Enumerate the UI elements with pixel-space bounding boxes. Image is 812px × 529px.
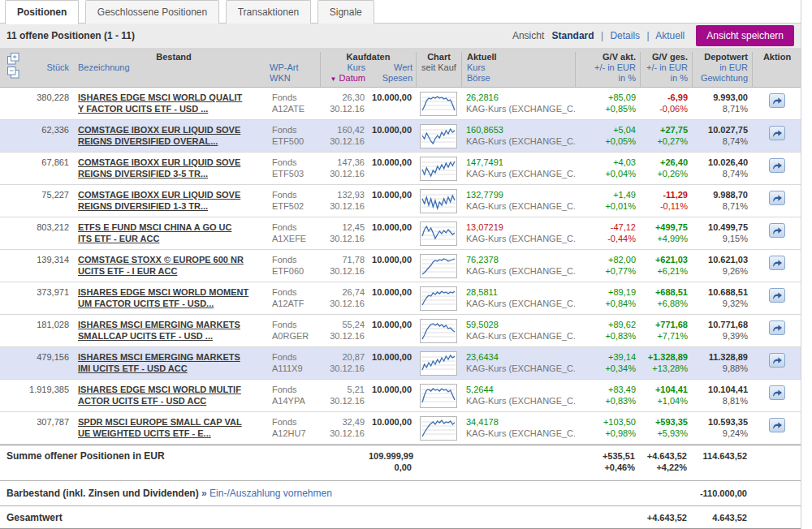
sort-datum[interactable]: ▼ Datum: [321, 73, 369, 84]
sum-label: Summe offener Positionen in EUR: [0, 450, 369, 480]
aktuell-kurs-value: 26,2816: [466, 92, 575, 103]
position-name-link[interactable]: ISHARES MSCI EMERGING MARKETSIMI UCITS E…: [78, 351, 270, 374]
sort-kauf-kurs[interactable]: Kurs: [321, 62, 369, 73]
sort-desc-icon: ▼: [330, 75, 337, 83]
order-action-button[interactable]: [769, 223, 785, 238]
order-action-button[interactable]: [769, 191, 785, 205]
gv-akt-pct-value: +0,34%: [575, 363, 636, 374]
chart-thumbnail[interactable]: [420, 384, 457, 408]
stueck-value: 67,861: [28, 157, 73, 184]
gv-ges-eur-value: +104,41: [640, 384, 688, 395]
sort-gv-ges-pct[interactable]: in %: [641, 73, 692, 84]
redo-arrow-icon: [771, 323, 783, 333]
order-action-button[interactable]: [769, 320, 785, 335]
positions-rows: 380,228 ISHARES EDGE MSCI WORLD QUALITY …: [0, 88, 801, 445]
sort-depot-eur[interactable]: in EUR: [693, 62, 752, 73]
position-name-link[interactable]: ISHARES EDGE MSCI WORLD MOMENTUM FACTOR …: [78, 286, 270, 309]
save-view-button[interactable]: Ansicht speichern: [696, 25, 794, 46]
deposit-withdraw-link[interactable]: Ein-/Auszahlung vornehmen: [209, 488, 332, 499]
tab-geschlossene-positionen[interactable]: Geschlossene Positionen: [85, 0, 219, 24]
positions-count: 11 offene Positionen (1 - 11): [6, 30, 135, 41]
sum-gv-ges-pct: +4,22%: [639, 462, 687, 473]
gewichtung-value: 9,15%: [692, 233, 748, 244]
wp-art-value: Fonds: [272, 92, 320, 103]
chart-thumbnail[interactable]: [420, 319, 457, 343]
kauf-datum-value: 30.12.16: [320, 168, 365, 179]
wp-art-value: Fonds: [272, 384, 320, 395]
sort-gv-akt-eur[interactable]: +/- in EUR: [576, 62, 640, 73]
redo-arrow-icon: [771, 258, 783, 268]
sum-gv-akt-pct: +0,46%: [574, 462, 635, 473]
position-name-link[interactable]: COMSTAGE IBOXX EUR LIQUID SOVEREIGNS DIV…: [78, 124, 270, 147]
tab-positionen[interactable]: Positionen: [5, 0, 79, 24]
tab-signale[interactable]: Signale: [317, 0, 374, 24]
chart-thumbnail[interactable]: [420, 92, 457, 116]
position-name-link[interactable]: COMSTAGE IBOXX EUR LIQUID SOVEREIGNS DIV…: [78, 189, 270, 212]
gv-ges-pct-value: +6,88%: [640, 298, 688, 309]
view-details[interactable]: Details: [610, 30, 640, 41]
position-name-link[interactable]: ETFS E FUND MSCI CHINA A GO UCITS ETF - …: [78, 221, 270, 244]
chart-thumbnail[interactable]: [420, 416, 457, 441]
sort-wkn[interactable]: WKN: [270, 73, 320, 84]
sort-boerse[interactable]: Börse: [467, 73, 575, 84]
order-action-button[interactable]: [769, 385, 785, 400]
position-name-link[interactable]: ISHARES EDGE MSCI WORLD QUALITY FACTOR U…: [78, 92, 270, 114]
sort-spesen[interactable]: Spesen: [369, 73, 417, 84]
order-action-button[interactable]: [769, 93, 785, 108]
position-name-link[interactable]: ISHARES EDGE MSCI WORLD MULTIFACTOR UCIT…: [78, 384, 270, 406]
redo-arrow-icon: [771, 96, 783, 105]
sort-gv-akt-pct[interactable]: in %: [576, 73, 640, 84]
position-name-link[interactable]: ISHARES MSCI EMERGING MARKETSSMALLCAP UC…: [78, 319, 270, 342]
chart-thumbnail[interactable]: [420, 189, 457, 213]
sort-stueck[interactable]: Stück: [28, 62, 73, 84]
order-action-button[interactable]: [769, 288, 785, 303]
gewichtung-value: 9,32%: [692, 298, 748, 309]
position-name-link[interactable]: COMSTAGE STOXX © EUROPE 600 NRUCITS ETF …: [78, 254, 270, 277]
sort-bezeichnung[interactable]: Bezeichnung: [73, 62, 270, 84]
order-action-button[interactable]: [769, 126, 785, 140]
col-aktion: Aktion: [753, 52, 801, 62]
gv-ges-eur-value: +26,40: [640, 157, 688, 168]
gv-akt-eur-value: +82,00: [575, 254, 636, 265]
order-action-button[interactable]: [769, 418, 785, 432]
gv-akt-eur-value: +85,09: [575, 92, 636, 103]
sort-wert[interactable]: Wert: [369, 62, 417, 73]
gv-akt-pct-value: +0,05%: [575, 135, 636, 147]
chart-thumbnail[interactable]: [420, 221, 457, 246]
collapse-all-icon[interactable]: [7, 67, 28, 79]
table-header: Bestand Stück Bezeichnung WP-Art WKN Kau…: [0, 49, 801, 88]
order-action-button[interactable]: [769, 353, 785, 368]
wp-art-value: Fonds: [272, 189, 320, 200]
boerse-value: KAG-Kurs (EXCHANGE_C...: [466, 395, 575, 406]
gv-akt-eur-value: +103,50: [575, 416, 636, 428]
sort-gewichtung[interactable]: Gewichtung: [693, 73, 752, 84]
tab-transaktionen[interactable]: Transaktionen: [226, 0, 312, 24]
sort-gv-ges-eur[interactable]: +/- in EUR: [641, 62, 692, 73]
view-aktuell[interactable]: Aktuell: [655, 30, 685, 41]
sort-wp-art[interactable]: WP-Art: [270, 62, 320, 73]
position-name-link[interactable]: SPDR MSCI EUROPE SMALL CAP VALUE WEIGHTE…: [78, 416, 270, 439]
gv-ges-pct-value: -0,11%: [640, 200, 688, 212]
order-action-button[interactable]: [769, 256, 785, 270]
gv-akt-eur-value: -47,12: [575, 221, 636, 233]
wert-value: 10.000,00: [369, 124, 412, 135]
total-value-row: Gesamtwert +4.643,52 4.643,52: [0, 505, 801, 529]
order-action-button[interactable]: [769, 158, 785, 173]
expand-controls: [0, 52, 28, 87]
sort-akt-kurs[interactable]: Kurs: [467, 62, 575, 73]
chart-thumbnail[interactable]: [420, 286, 457, 311]
chart-thumbnail[interactable]: [420, 351, 457, 376]
positions-table: Positionen Geschlossene Positionen Trans…: [0, 0, 801, 529]
view-standard[interactable]: Standard: [552, 30, 594, 41]
expand-all-icon[interactable]: [7, 53, 28, 65]
link-chevrons: »: [201, 488, 207, 499]
chart-thumbnail[interactable]: [420, 254, 457, 278]
gv-ges-eur-value: -6,99: [640, 92, 688, 103]
chart-thumbnail[interactable]: [420, 124, 457, 148]
aktuell-kurs-value: 23,6434: [466, 351, 575, 363]
kauf-kurs-value: 132,93: [320, 189, 365, 200]
position-row: 803,212 ETFS E FUND MSCI CHINA A GO UCIT…: [0, 217, 801, 250]
depotwert-value: 10.499,75: [692, 221, 748, 233]
position-name-link[interactable]: COMSTAGE IBOXX EUR LIQUID SOVEREIGNS DIV…: [78, 157, 270, 179]
chart-thumbnail[interactable]: [420, 157, 457, 181]
